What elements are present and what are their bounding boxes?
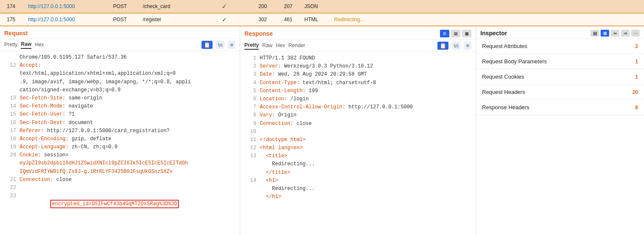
inspector-panel: Inspector ▤ ⊞ ⇐ ⇒ ⋯ Request Attributes 2… <box>476 26 644 235</box>
tab-response-pretty[interactable]: Pretty <box>244 41 259 50</box>
row174-ctype: JSON <box>301 2 331 11</box>
tab-response-render[interactable]: Render <box>288 42 305 49</box>
inspector-badge-request-body: 1 <box>635 59 638 65</box>
response-view-split[interactable]: ⊞ <box>440 30 449 37</box>
inspector-badge-request-attributes: 2 <box>635 43 638 49</box>
request-line-19: 19 Accept-Language: zh-CN, zh;q=0.9 <box>4 143 235 151</box>
request-tabs-row: Pretty Raw Hex 📋 \n ≡ <box>0 39 240 51</box>
row175-num: 175 <box>3 15 25 24</box>
row175-status: Redirecting... <box>331 15 641 24</box>
response-tabs-row: Pretty Raw Hex Render 📋 \n ≡ <box>240 40 476 52</box>
request-line-20: 20 Cookie: session= <box>4 151 235 159</box>
response-view-grid[interactable]: ▦ <box>462 30 471 37</box>
row174-code: 200 <box>250 2 275 11</box>
row175-url[interactable]: http://127.0.0.1:5000 <box>25 15 110 24</box>
response-line-1: 1 HTTP/1.1 302 FOUND <box>244 54 471 62</box>
response-line-h1-close: </h1> <box>244 193 471 201</box>
inspector-label-response-headers: Response Headers <box>482 104 635 110</box>
inspector-align-right[interactable]: ⇒ <box>621 30 630 37</box>
response-line-8: 8 Vary: Origin <box>244 111 471 119</box>
inspector-badge-request-headers: 20 <box>633 89 638 95</box>
request-line-15: 15 Sec-Fetch-User: ?1 <box>4 110 235 119</box>
row174-num: 174 <box>3 2 25 11</box>
request-line-16: 16 Sec-Fetch-Dest: document <box>4 119 235 127</box>
inspector-view-split[interactable]: ⊞ <box>601 30 609 37</box>
tab-request-hex[interactable]: Hex <box>35 41 44 48</box>
request-line-13: 13 Sec-Fetch-Site: same-origin <box>4 94 235 102</box>
row174-url[interactable]: http://127.0.0.1:5000 <box>25 2 110 11</box>
tab-request-pretty[interactable]: Pretty <box>4 41 17 48</box>
row174-check: ✓ <box>199 1 250 11</box>
row174-path: /check_card <box>139 2 199 11</box>
response-line-9: 9 Connection: close <box>244 120 471 128</box>
response-line-6: 6 Location: /login <box>244 95 471 103</box>
inspector-label-request-headers: Request Headers <box>482 89 633 95</box>
request-line-23: 23 encrypted_id=DSIFwCf43b4GqMTZOxSRag%3… <box>4 192 235 217</box>
inspector-title: Inspector <box>480 30 507 37</box>
response-line-14: 14 <h1> <box>244 177 471 185</box>
tab-request-raw[interactable]: Raw <box>21 40 31 49</box>
response-line-5: 5 Content-Length: 199 <box>244 87 471 95</box>
request-line-accept2: .9, image/avif, image/webp, image/apng, … <box>4 78 235 86</box>
inspector-row-request-body[interactable]: Request Body Parameters 1 <box>476 54 644 69</box>
response-line-13: 13 <title> <box>244 152 471 160</box>
request-line-accept3: cation/signed-exchange;v=b3;q=0.9 <box>4 86 235 94</box>
inspector-label-request-cookies: Request Cookies <box>482 74 635 80</box>
response-line-7: 7 Access-Control-Allow-Origin: http://12… <box>244 103 471 111</box>
response-panel: Response ⊞ ▤ ▦ Pretty Raw Hex Render 📋 \… <box>240 26 476 235</box>
response-title: Response <box>244 30 273 37</box>
request-tab-icons: 📋 \n ≡ <box>201 41 235 49</box>
row175-method: POST <box>110 15 139 24</box>
row175-check: ✓ <box>199 14 250 25</box>
request-menu-icon[interactable]: ≡ <box>228 41 235 49</box>
row175-code: 302 <box>250 15 275 24</box>
tab-response-raw[interactable]: Raw <box>262 42 272 49</box>
request-line-14: 14 Sec-Fetch-Mode: navigate <box>4 102 235 110</box>
request-content: Chrome/105.0.5195.127 Safari/537.36 12 A… <box>0 51 240 235</box>
request-line-cookie2: IQmVzdFRIYW0ifQ.Zs9J-g.1RtRLYF3425B0JFsq… <box>4 168 235 176</box>
inspector-more[interactable]: ⋯ <box>631 30 640 37</box>
request-line-21: 21 Connection: close <box>4 176 235 184</box>
response-line-3: 3 Date: Wed, 28 Aug 2024 20:29:58 GMT <box>244 71 471 79</box>
response-menu-icon[interactable]: ≡ <box>464 42 471 50</box>
response-wrap-icon[interactable]: \n <box>452 42 461 50</box>
response-line-10: 10 <box>244 128 471 136</box>
request-line-12: 12 Accept: <box>4 62 235 70</box>
inspector-row-request-attributes[interactable]: Request Attributes 2 <box>476 39 644 54</box>
tab-response-hex[interactable]: Hex <box>276 42 285 49</box>
response-line-title-close: </title> <box>244 169 471 177</box>
request-panel: Request Pretty Raw Hex 📋 \n ≡ Chrome/105… <box>0 26 240 235</box>
response-line-4: 4 Content-Type: text/html; charset=utf-8 <box>244 79 471 87</box>
inspector-badge-request-cookies: 1 <box>635 74 638 80</box>
row175-size: 461 <box>275 15 301 24</box>
request-line-cookie1: eyJpZI9sb2dpbi16dHJ1ZSwidXNIcl9pZCI6Ik5I… <box>4 159 235 167</box>
response-view-list[interactable]: ▤ <box>451 30 460 37</box>
inspector-row-request-cookies[interactable]: Request Cookies 1 <box>476 69 644 85</box>
response-line-2: 2 Server: Werkzeug/3.0.3 Python/3.10.12 <box>244 62 471 71</box>
response-line-redirect-title: Redirecting... <box>244 160 471 168</box>
main-layout: Request Pretty Raw Hex 📋 \n ≡ Chrome/105… <box>0 26 644 235</box>
response-line-12: 12 <html lang=en> <box>244 144 471 152</box>
inspector-row-request-headers[interactable]: Request Headers 20 <box>476 85 644 100</box>
response-view-toggles: ⊞ ▤ ▦ <box>440 30 471 37</box>
inspector-align-left[interactable]: ⇐ <box>611 30 619 37</box>
inspector-badge-response-headers: 8 <box>635 105 638 110</box>
row175-ctype: HTML <box>301 15 331 24</box>
inspector-label-request-body: Request Body Parameters <box>482 58 635 65</box>
row174-status <box>331 5 641 8</box>
request-wrap-icon[interactable]: \n <box>216 41 225 49</box>
request-clipboard-icon[interactable]: 📋 <box>201 41 213 49</box>
response-clipboard-icon[interactable]: 📋 <box>437 42 448 50</box>
top-bar: 174 http://127.0.0.1:5000 POST /check_ca… <box>0 0 644 14</box>
inspector-row-response-headers[interactable]: Response Headers 8 <box>476 100 644 115</box>
row175-path: /register <box>139 15 199 24</box>
inspector-label-request-attributes: Request Attributes <box>482 43 635 49</box>
inspector-view-list[interactable]: ▤ <box>590 30 599 37</box>
response-line-11: 11 <!doctype html> <box>244 136 471 144</box>
request-line-17: 17 Referer: http://127.0.0.1:5000/card_r… <box>4 127 235 135</box>
inspector-header-icons: ▤ ⊞ ⇐ ⇒ ⋯ <box>590 30 640 37</box>
request-line-18: 18 Accept-Encoding: gzip, deflate <box>4 135 235 143</box>
request-line-accept1: text/html,application/xhtml+xml,applicat… <box>4 70 235 78</box>
encrypted-id-value: encrypted_id=DSIFwCf43b4GqMTZOxSRag%3D%3… <box>50 200 179 208</box>
row174-size: 207 <box>275 2 301 11</box>
